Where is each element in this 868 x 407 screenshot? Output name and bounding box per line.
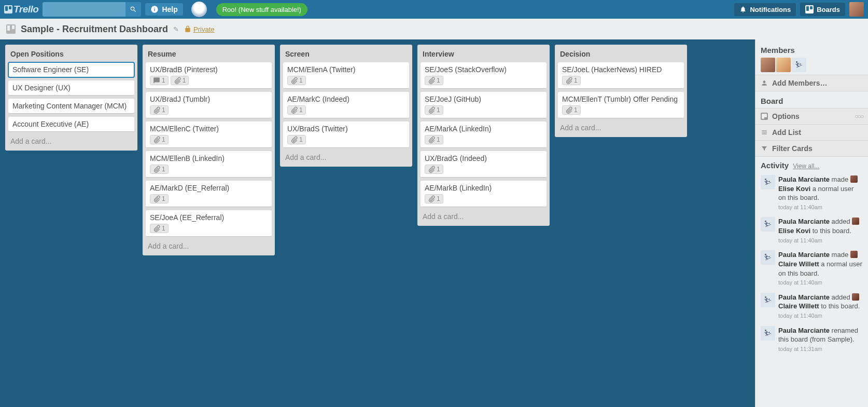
- announcement-pill[interactable]: Roo! (New stuff available!): [216, 3, 307, 16]
- card[interactable]: UX/BradB (Pinterest)11: [146, 62, 272, 89]
- card[interactable]: SE/JoeJ (GitHub)1: [421, 92, 547, 118]
- add-card-button[interactable]: Add a card...: [421, 210, 547, 223]
- add-members-label: Add Members…: [772, 79, 828, 87]
- add-list-button[interactable]: Add List: [755, 124, 868, 141]
- card[interactable]: UX/BradJ (Tumblr)1: [146, 92, 272, 118]
- card[interactable]: MCM/EllenB (LinkedIn)1: [146, 151, 272, 178]
- card-title: Marketing Content Manager (MCM): [12, 102, 130, 110]
- mini-avatar: [852, 218, 859, 225]
- card[interactable]: AE/MarkB (LinkedIn)1: [421, 181, 547, 207]
- attachment-icon: [428, 106, 435, 114]
- attachment-count: 1: [299, 136, 303, 143]
- attachment-badge: 1: [425, 165, 443, 174]
- list-title[interactable]: Interview: [421, 48, 547, 59]
- filter-cards-label: Filter Cards: [772, 144, 813, 153]
- add-card-button[interactable]: Add a card...: [146, 240, 272, 252]
- current-user-avatar[interactable]: [849, 2, 864, 17]
- card-badges: 1: [287, 76, 405, 85]
- attachment-icon: [153, 195, 160, 202]
- card-title: UX/BradJ (Tumblr): [150, 95, 268, 103]
- card[interactable]: Marketing Content Manager (MCM): [8, 99, 134, 114]
- list-title[interactable]: Decision: [558, 48, 684, 59]
- card-badges: 1: [425, 105, 542, 115]
- member-avatar[interactable]: [761, 58, 775, 72]
- card[interactable]: UX/BradS (Twitter)1: [283, 121, 409, 148]
- card[interactable]: AE/MarkD (EE_Referral)1: [146, 181, 272, 207]
- attachment-badge: 1: [150, 224, 169, 233]
- activity-time: today at 11:40am: [778, 237, 863, 245]
- card[interactable]: Software Engineer (SE): [8, 62, 134, 77]
- list-title[interactable]: Resume: [146, 48, 272, 59]
- attachment-badge: 1: [150, 165, 169, 174]
- attachment-badge: 1: [287, 76, 306, 85]
- card-badges: 1: [425, 194, 542, 204]
- attachment-count: 1: [299, 106, 303, 114]
- card[interactable]: SE/JoeA (EE_Referral)1: [146, 210, 272, 237]
- list-icon: [761, 129, 768, 136]
- attachment-icon: [428, 166, 435, 173]
- list: Open PositionsSoftware Engineer (SE)UX D…: [5, 45, 137, 151]
- filter-cards-button[interactable]: Filter Cards: [755, 140, 868, 157]
- card[interactable]: MCM/EllenC (Twitter)1: [146, 121, 272, 148]
- search-button[interactable]: [125, 2, 141, 17]
- view-all-link[interactable]: View all...: [793, 162, 819, 170]
- boards-icon: [805, 5, 814, 13]
- list-title[interactable]: Open Positions: [8, 48, 134, 59]
- search-input[interactable]: [43, 2, 125, 17]
- add-members-button[interactable]: Add Members…: [755, 75, 868, 91]
- mini-avatar: [850, 251, 858, 258]
- attachment-badge: 1: [150, 194, 169, 204]
- card-title: SE/JoeL (HackerNews) HIRED: [562, 65, 680, 74]
- add-card-button[interactable]: Add a card...: [8, 135, 134, 147]
- card[interactable]: UX/BradG (Indeed)1: [421, 151, 547, 178]
- card[interactable]: SE/JoeS (StackOverflow)1: [421, 62, 547, 89]
- options-button[interactable]: Options ○○○: [755, 108, 868, 125]
- card[interactable]: SE/JoeL (HackerNews) HIRED1: [558, 62, 684, 89]
- attachment-badge: 1: [425, 76, 443, 85]
- attachment-count: 1: [574, 106, 578, 114]
- attachment-badge: 1: [562, 105, 581, 115]
- add-card-button[interactable]: Add a card...: [283, 151, 409, 164]
- card[interactable]: AE/MarkC (Indeed)1: [283, 92, 409, 118]
- help-button[interactable]: Help: [145, 3, 183, 16]
- board-title[interactable]: Sample - Recruitment Dashboard: [21, 24, 168, 35]
- attachment-badge: 1: [287, 135, 306, 144]
- attachment-icon: [428, 77, 435, 84]
- attachment-count: 1: [437, 136, 440, 143]
- activity-text: Paula Marciante added Elise Kovi to this…: [778, 217, 863, 244]
- card[interactable]: MCM/EllenT (Tumblr) Offer Pending1: [558, 92, 684, 118]
- card[interactable]: AE/MarkA (LinkedIn)1: [421, 121, 547, 148]
- card-badges: 1: [562, 76, 680, 85]
- privacy-badge[interactable]: Private: [184, 25, 214, 33]
- boards-button[interactable]: Boards: [800, 3, 845, 16]
- board-small-icon: [761, 113, 768, 120]
- member-avatar[interactable]: ⛷: [792, 58, 806, 72]
- board-header: Sample - Recruitment Dashboard ✎ Private: [0, 19, 868, 39]
- attachment-count: 1: [162, 136, 165, 143]
- info-icon: [150, 5, 159, 13]
- attachment-icon: [565, 77, 572, 84]
- boards-label: Boards: [817, 6, 840, 13]
- card-title: AE/MarkC (Indeed): [287, 95, 405, 103]
- pencil-icon[interactable]: ✎: [173, 25, 179, 33]
- card-title: AE/MarkD (EE_Referral): [150, 184, 268, 192]
- card-title: MCM/EllenT (Tumblr) Offer Pending: [562, 95, 680, 103]
- mini-avatar: [850, 175, 858, 183]
- attachment-count: 1: [437, 195, 440, 202]
- card-title: Account Executive (AE): [12, 120, 130, 128]
- card[interactable]: Account Executive (AE): [8, 117, 134, 132]
- activity-item: ⛷Paula Marciante renamed this board (fro…: [755, 323, 868, 356]
- member-avatar[interactable]: [776, 58, 791, 72]
- attachment-icon: [153, 136, 160, 143]
- options-label: Options: [772, 112, 800, 120]
- card[interactable]: MCM/EllenA (Twitter)1: [283, 62, 409, 89]
- list-title[interactable]: Screen: [283, 48, 409, 59]
- card-badges: 1: [425, 165, 542, 174]
- attachment-count: 1: [162, 166, 165, 173]
- notifications-button[interactable]: Notifications: [734, 3, 796, 16]
- app-logo[interactable]: Trello: [4, 4, 38, 15]
- add-card-button[interactable]: Add a card...: [558, 121, 684, 134]
- attachment-icon: [153, 106, 160, 114]
- card-title: UX/BradG (Indeed): [425, 154, 542, 162]
- card[interactable]: UX Designer (UX): [8, 80, 134, 96]
